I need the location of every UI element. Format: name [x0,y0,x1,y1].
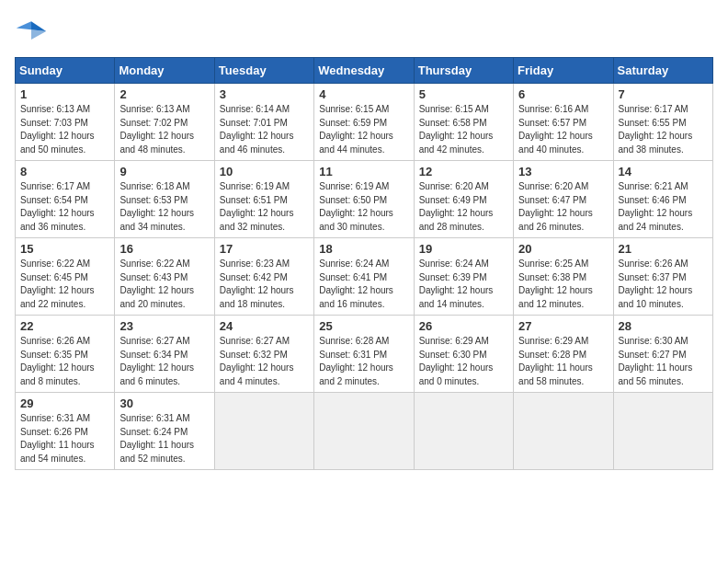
calendar-day-cell: 8 Sunrise: 6:17 AM Sunset: 6:54 PM Dayli… [16,161,115,238]
calendar-day-cell: 7 Sunrise: 6:17 AM Sunset: 6:55 PM Dayli… [613,84,712,161]
weekday-header-row: SundayMondayTuesdayWednesdayThursdayFrid… [16,58,713,84]
day-info: Sunrise: 6:30 AM Sunset: 6:27 PM Dayligh… [619,335,708,388]
calendar-day-cell: 13 Sunrise: 6:20 AM Sunset: 6:47 PM Dayl… [514,161,613,238]
day-number: 25 [319,319,408,333]
day-number: 12 [419,165,508,178]
calendar-week-row: 15 Sunrise: 6:22 AM Sunset: 6:45 PM Dayl… [16,238,713,316]
svg-marker-1 [17,21,31,29]
day-number: 14 [619,165,708,178]
day-number: 3 [220,87,309,101]
day-number: 29 [20,396,109,410]
day-number: 4 [319,87,408,101]
day-number: 7 [619,87,708,101]
day-info: Sunrise: 6:28 AM Sunset: 6:31 PM Dayligh… [319,335,408,388]
day-number: 21 [619,242,708,256]
calendar-day-cell: 20 Sunrise: 6:25 AM Sunset: 6:38 PM Dayl… [514,238,613,316]
day-number: 26 [419,319,508,333]
calendar-day-cell: 4 Sunrise: 6:15 AM Sunset: 6:59 PM Dayli… [314,84,414,161]
day-info: Sunrise: 6:20 AM Sunset: 6:47 PM Dayligh… [518,180,608,234]
day-info: Sunrise: 6:13 AM Sunset: 7:02 PM Dayligh… [119,103,209,156]
calendar-day-cell: 1 Sunrise: 6:13 AM Sunset: 7:03 PM Dayli… [16,84,115,161]
day-info: Sunrise: 6:22 AM Sunset: 6:45 PM Dayligh… [20,258,109,311]
calendar-day-cell: 24 Sunrise: 6:27 AM Sunset: 6:32 PM Dayl… [214,316,313,393]
day-number: 20 [518,242,608,256]
svg-marker-2 [31,29,46,40]
calendar-table: SundayMondayTuesdayWednesdayThursdayFrid… [15,57,713,470]
calendar-week-row: 8 Sunrise: 6:17 AM Sunset: 6:54 PM Dayli… [16,161,713,238]
calendar-day-cell [514,393,613,470]
weekday-header-cell: Sunday [16,58,115,84]
day-number: 30 [119,396,209,410]
day-info: Sunrise: 6:16 AM Sunset: 6:57 PM Dayligh… [518,103,608,156]
day-info: Sunrise: 6:24 AM Sunset: 6:41 PM Dayligh… [319,258,408,311]
calendar-day-cell: 29 Sunrise: 6:31 AM Sunset: 6:26 PM Dayl… [16,393,115,470]
day-info: Sunrise: 6:17 AM Sunset: 6:54 PM Dayligh… [20,180,109,234]
day-info: Sunrise: 6:31 AM Sunset: 6:26 PM Dayligh… [20,412,109,465]
calendar-week-row: 29 Sunrise: 6:31 AM Sunset: 6:26 PM Dayl… [16,393,713,470]
calendar-day-cell: 19 Sunrise: 6:24 AM Sunset: 6:39 PM Dayl… [414,238,513,316]
logo-icon [15,15,48,48]
day-info: Sunrise: 6:18 AM Sunset: 6:53 PM Dayligh… [119,180,209,234]
day-number: 18 [319,242,408,256]
calendar-day-cell: 16 Sunrise: 6:22 AM Sunset: 6:43 PM Dayl… [115,238,214,316]
day-info: Sunrise: 6:25 AM Sunset: 6:38 PM Dayligh… [518,258,608,311]
calendar-day-cell: 10 Sunrise: 6:19 AM Sunset: 6:51 PM Dayl… [214,161,313,238]
day-info: Sunrise: 6:22 AM Sunset: 6:43 PM Dayligh… [119,258,209,311]
day-number: 2 [119,87,209,101]
calendar-day-cell: 28 Sunrise: 6:30 AM Sunset: 6:27 PM Dayl… [613,316,712,393]
day-number: 19 [419,242,508,256]
calendar-day-cell: 22 Sunrise: 6:26 AM Sunset: 6:35 PM Dayl… [16,316,115,393]
weekday-header-cell: Friday [514,58,613,84]
day-number: 24 [220,319,309,333]
day-info: Sunrise: 6:26 AM Sunset: 6:35 PM Dayligh… [20,335,109,388]
day-number: 8 [20,165,109,178]
day-number: 6 [518,87,608,101]
day-number: 23 [119,319,209,333]
calendar-day-cell: 5 Sunrise: 6:15 AM Sunset: 6:58 PM Dayli… [414,84,513,161]
day-info: Sunrise: 6:27 AM Sunset: 6:32 PM Dayligh… [220,335,309,388]
day-info: Sunrise: 6:14 AM Sunset: 7:01 PM Dayligh… [220,103,309,156]
day-number: 15 [20,242,109,256]
day-info: Sunrise: 6:26 AM Sunset: 6:37 PM Dayligh… [619,258,708,311]
day-number: 27 [518,319,608,333]
calendar-day-cell [214,393,313,470]
day-info: Sunrise: 6:29 AM Sunset: 6:30 PM Dayligh… [419,335,508,388]
day-info: Sunrise: 6:24 AM Sunset: 6:39 PM Dayligh… [419,258,508,311]
day-info: Sunrise: 6:29 AM Sunset: 6:28 PM Dayligh… [518,335,608,388]
day-info: Sunrise: 6:23 AM Sunset: 6:42 PM Dayligh… [220,258,309,311]
page-header [15,15,713,48]
calendar-day-cell: 6 Sunrise: 6:16 AM Sunset: 6:57 PM Dayli… [514,84,613,161]
calendar-day-cell: 9 Sunrise: 6:18 AM Sunset: 6:53 PM Dayli… [115,161,214,238]
day-number: 11 [319,165,408,178]
weekday-header-cell: Saturday [613,58,712,84]
calendar-day-cell: 30 Sunrise: 6:31 AM Sunset: 6:24 PM Dayl… [115,393,214,470]
calendar-day-cell [613,393,712,470]
calendar-day-cell: 14 Sunrise: 6:21 AM Sunset: 6:46 PM Dayl… [613,161,712,238]
weekday-header-cell: Thursday [414,58,513,84]
calendar-day-cell: 11 Sunrise: 6:19 AM Sunset: 6:50 PM Dayl… [314,161,414,238]
day-number: 16 [119,242,209,256]
weekday-header-cell: Monday [115,58,214,84]
svg-marker-0 [31,21,46,31]
calendar-day-cell: 18 Sunrise: 6:24 AM Sunset: 6:41 PM Dayl… [314,238,414,316]
calendar-day-cell [314,393,414,470]
calendar-day-cell: 26 Sunrise: 6:29 AM Sunset: 6:30 PM Dayl… [414,316,513,393]
calendar-day-cell: 3 Sunrise: 6:14 AM Sunset: 7:01 PM Dayli… [214,84,313,161]
day-number: 17 [220,242,309,256]
day-info: Sunrise: 6:21 AM Sunset: 6:46 PM Dayligh… [619,180,708,234]
day-number: 5 [419,87,508,101]
day-info: Sunrise: 6:31 AM Sunset: 6:24 PM Dayligh… [119,412,209,465]
calendar-day-cell: 25 Sunrise: 6:28 AM Sunset: 6:31 PM Dayl… [314,316,414,393]
calendar-day-cell: 2 Sunrise: 6:13 AM Sunset: 7:02 PM Dayli… [115,84,214,161]
weekday-header-cell: Tuesday [214,58,313,84]
day-info: Sunrise: 6:20 AM Sunset: 6:49 PM Dayligh… [419,180,508,234]
calendar-day-cell: 12 Sunrise: 6:20 AM Sunset: 6:49 PM Dayl… [414,161,513,238]
day-number: 9 [119,165,209,178]
day-number: 22 [20,319,109,333]
day-info: Sunrise: 6:15 AM Sunset: 6:59 PM Dayligh… [319,103,408,156]
day-info: Sunrise: 6:17 AM Sunset: 6:55 PM Dayligh… [619,103,708,156]
day-number: 10 [220,165,309,178]
calendar-day-cell: 23 Sunrise: 6:27 AM Sunset: 6:34 PM Dayl… [115,316,214,393]
day-info: Sunrise: 6:27 AM Sunset: 6:34 PM Dayligh… [119,335,209,388]
day-number: 13 [518,165,608,178]
